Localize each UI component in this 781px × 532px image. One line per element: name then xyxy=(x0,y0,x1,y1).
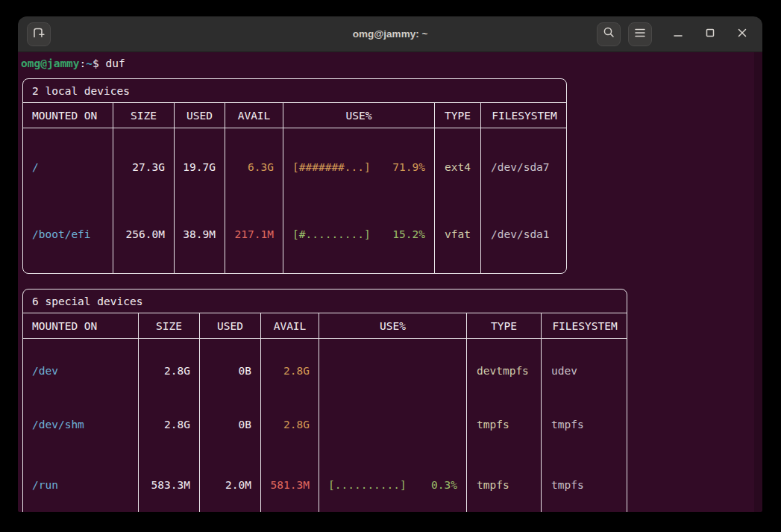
usage-percent: 15.2% xyxy=(392,228,425,241)
duf-local-devices-table: 2 local devices MOUNTED ON SIZE USED AVA… xyxy=(22,78,567,274)
search-icon xyxy=(603,26,615,42)
table-title: 6 special devices xyxy=(23,290,627,313)
cell-used: 0B xyxy=(199,398,260,451)
command-text: duf xyxy=(106,57,125,69)
cell-filesystem: /dev/sda1 xyxy=(480,201,567,273)
usage-bar: [..........] xyxy=(328,478,407,492)
maximize-button[interactable] xyxy=(700,25,720,44)
new-tab-button[interactable] xyxy=(27,22,51,46)
cell-use-pct: [..........]0.3% xyxy=(319,451,466,512)
column-header-used: USED xyxy=(199,313,260,339)
cell-used: 19.7G xyxy=(174,128,225,201)
cell-mount: /dev/shm xyxy=(23,398,138,451)
column-header-use-pct: USE% xyxy=(283,103,434,128)
titlebar: omg@jammy: ~ xyxy=(18,16,762,52)
maximize-icon xyxy=(705,28,715,41)
column-header-avail: AVAIL xyxy=(260,313,319,339)
column-header-use-pct: USE% xyxy=(319,313,466,339)
cell-avail: 6.3G xyxy=(225,128,283,201)
new-tab-icon xyxy=(32,26,46,42)
column-header-filesystem: FILESYSTEM xyxy=(541,313,627,339)
menu-button[interactable] xyxy=(628,22,652,46)
cell-filesystem: tmpfs xyxy=(541,398,627,451)
cell-used: 0B xyxy=(199,339,260,398)
cell-type: tmpfs xyxy=(466,451,541,512)
cell-mount: /run xyxy=(23,451,138,512)
prompt-user-host: omg@jammy xyxy=(21,57,80,69)
column-header-mounted-on: MOUNTED ON xyxy=(23,103,113,128)
column-header-used: USED xyxy=(174,103,225,128)
prompt-colon: : xyxy=(80,57,87,69)
column-header-type: TYPE xyxy=(434,103,480,128)
close-icon xyxy=(737,28,747,41)
cell-avail: 2.8G xyxy=(260,398,319,451)
cell-size: 2.8G xyxy=(138,339,199,398)
prompt-line: omg@jammy:~$ duf xyxy=(21,57,762,70)
minimize-icon xyxy=(673,28,683,41)
cell-filesystem: udev xyxy=(541,339,627,398)
close-button[interactable] xyxy=(733,25,752,44)
cell-used: 2.0M xyxy=(199,451,260,512)
cell-mount: /boot/efi xyxy=(23,201,113,273)
usage-bar: [#.........] xyxy=(292,228,371,241)
cell-use-pct xyxy=(319,398,466,451)
column-header-mounted-on: MOUNTED ON xyxy=(23,313,138,339)
terminal-window: omg@jammy: ~ xyxy=(18,16,762,512)
cell-size: 2.8G xyxy=(138,398,199,451)
cell-type: vfat xyxy=(434,201,480,273)
scrollbar-trough[interactable] xyxy=(754,52,762,512)
column-header-type: TYPE xyxy=(466,313,541,339)
column-header-size: SIZE xyxy=(113,103,174,128)
table-row: /dev 2.8G 0B 2.8G devtmpfs udev xyxy=(23,339,627,398)
table-row: /boot/efi 256.0M 38.9M 217.1M [#........… xyxy=(23,201,567,273)
table-row: /dev/shm 2.8G 0B 2.8G tmpfs tmpfs xyxy=(23,398,627,451)
duf-special-devices-table: 6 special devices MOUNTED ON SIZE USED A… xyxy=(22,289,627,512)
cell-mount: / xyxy=(23,128,113,201)
usage-percent: 0.3% xyxy=(431,478,457,492)
cell-use-pct: [#######...]71.9% xyxy=(283,128,434,201)
minimize-button[interactable] xyxy=(668,25,688,44)
hamburger-menu-icon xyxy=(634,28,646,41)
cell-mount: /dev xyxy=(23,339,138,398)
column-header-size: SIZE xyxy=(138,313,199,339)
cell-used: 38.9M xyxy=(174,201,225,273)
cell-size: 583.3M xyxy=(138,451,199,512)
usage-bar: [#######...] xyxy=(292,160,371,174)
cell-type: devtmpfs xyxy=(466,339,541,398)
prompt-dollar: $ xyxy=(92,57,105,69)
column-header-filesystem: FILESYSTEM xyxy=(480,103,567,128)
column-header-avail: AVAIL xyxy=(225,103,283,128)
cell-avail: 2.8G xyxy=(260,339,319,398)
cell-type: tmpfs xyxy=(466,398,541,451)
table-title: 2 local devices xyxy=(23,79,567,103)
cell-filesystem: /dev/sda7 xyxy=(480,128,567,201)
cell-avail: 217.1M xyxy=(225,201,283,273)
cell-use-pct: [#.........]15.2% xyxy=(283,201,434,273)
cell-use-pct xyxy=(319,339,466,398)
search-button[interactable] xyxy=(597,22,621,46)
table-row: /run 583.3M 2.0M 581.3M [..........]0.3%… xyxy=(23,451,627,512)
table-row: / 27.3G 19.7G 6.3G [#######...]71.9% ext… xyxy=(23,128,567,201)
prompt-path: ~ xyxy=(86,57,92,69)
cell-avail: 581.3M xyxy=(260,451,319,512)
cell-size: 27.3G xyxy=(113,128,174,201)
cell-size: 256.0M xyxy=(113,201,174,273)
cell-type: ext4 xyxy=(434,128,480,201)
terminal-screen[interactable]: omg@jammy:~$ duf 2 local devices MOUNTED… xyxy=(18,52,762,512)
usage-percent: 71.9% xyxy=(392,160,425,174)
cell-filesystem: tmpfs xyxy=(541,451,627,512)
